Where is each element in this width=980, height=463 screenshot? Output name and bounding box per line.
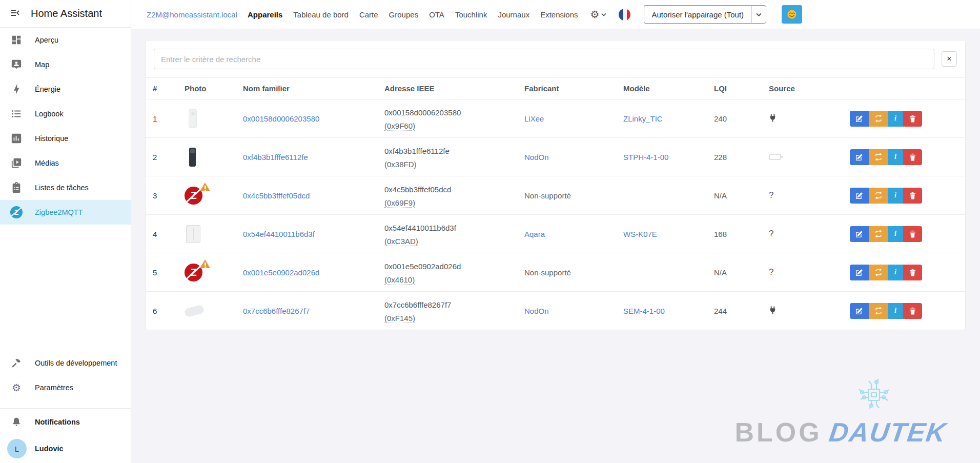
tab-appareils[interactable]: Appareils [248,10,282,19]
delete-button[interactable] [903,149,922,165]
info-button[interactable]: i [888,111,903,127]
vendor-link[interactable]: LiXee [524,114,544,123]
search-input[interactable] [154,49,934,69]
model-link[interactable]: ZLinky_TIC [623,114,663,123]
edit-button[interactable] [850,149,869,165]
delete-button[interactable] [903,226,922,242]
network-address-link[interactable]: (0x4610) [384,275,415,284]
settings-dropdown[interactable]: ⚙ [590,9,607,19]
vendor-link[interactable]: Aqara [524,230,545,238]
network-address-link[interactable]: (0xC3AD) [384,237,418,246]
col-header-nom[interactable]: Nom familier [236,78,377,99]
device-photo-unsupported[interactable]: Z [185,183,209,208]
edit-button[interactable] [850,265,869,280]
device-name-link[interactable]: 0xf4b3b1fffe6112fe [243,153,308,162]
z2m-brand-link[interactable]: Z2M@homeassistant.local [147,10,237,19]
row-actions: i [850,111,958,127]
edit-button[interactable] [850,303,869,319]
permit-join-button[interactable]: Autoriser l'appairage (Tout) [644,5,751,24]
model-link[interactable]: STPH-4-1-00 [623,153,668,162]
device-name-link[interactable]: 0x7cc6b6fffe8267f7 [243,307,310,315]
device-photo[interactable] [185,298,209,323]
tab-tableau-de-bord[interactable]: Tableau de bord [293,10,349,19]
sidebar-item-parametres[interactable]: ⚙ Paramètres [0,375,131,400]
sidebar-item-zigbee2mqtt[interactable]: Z Zigbee2MQTT [0,200,131,225]
sidebar-item-apercu[interactable]: Aperçu [0,28,131,52]
sidebar-item-label: Logbook [35,110,64,118]
col-header-photo[interactable]: Photo [177,78,236,99]
info-button[interactable]: i [888,149,903,165]
edit-button[interactable] [850,226,869,242]
delete-button[interactable] [903,265,922,280]
network-address-link[interactable]: (0x9F60) [384,122,415,130]
vendor-link[interactable]: NodOn [524,153,549,162]
sidebar-item-notifications[interactable]: Notifications [0,410,131,434]
device-name-link[interactable]: 0x54ef4410011b6d3f [243,230,315,238]
reconfigure-button[interactable] [869,149,888,165]
device-photo[interactable] [185,106,209,131]
sidebar-item-map[interactable]: Map [0,52,131,77]
device-photo[interactable] [185,145,209,169]
device-name-link[interactable]: 0x001e5e0902ad026d [243,268,319,277]
col-header-lqi[interactable]: LQI [707,78,762,99]
tab-carte[interactable]: Carte [359,10,378,19]
tab-groupes[interactable]: Groupes [389,10,419,19]
network-address-link[interactable]: (0xF145) [384,314,415,323]
reconfigure-button[interactable] [869,188,888,204]
lqi-value: 228 [714,153,727,162]
devices-table: # Photo Nom familier Adresse IEEE Fabric… [146,77,965,330]
vendor-link[interactable]: NodOn [524,307,549,315]
reconfigure-button[interactable] [869,226,888,242]
theme-emoji-button[interactable] [782,5,802,24]
clear-search-button[interactable]: × [942,51,957,67]
permit-join-caret-button[interactable] [751,5,766,24]
network-address-link[interactable]: (0x38FD) [384,160,417,169]
reconfigure-button[interactable] [869,111,888,127]
watermark-blog-text: BLOG [735,417,822,448]
col-header-source[interactable]: Source [762,78,843,99]
reconfigure-button[interactable] [869,265,888,280]
sidebar-item-energie[interactable]: Énergie [0,77,131,102]
col-header-modele[interactable]: Modèle [616,78,707,99]
sidebar-item-medias[interactable]: Médias [0,151,131,175]
delete-button[interactable] [903,188,922,204]
pencil-square-icon [855,269,863,276]
tab-journaux[interactable]: Journaux [498,10,529,19]
info-button[interactable]: i [888,188,903,204]
sidebar-item-historique[interactable]: Historique [0,126,131,151]
battery-icon [769,154,781,160]
tab-touchlink[interactable]: Touchlink [455,10,487,19]
col-header-ieee[interactable]: Adresse IEEE [377,78,517,99]
info-icon: i [894,191,896,199]
sidebar-item-logbook[interactable]: Logbook [0,102,131,126]
sidebar-item-label: Paramètres [35,384,73,392]
tab-ota[interactable]: OTA [429,10,444,19]
device-name-link[interactable]: 0x00158d0006203580 [243,114,319,123]
info-button[interactable]: i [888,226,903,242]
info-button[interactable]: i [888,265,903,280]
reconfigure-button[interactable] [869,303,888,319]
row-number: 1 [153,114,157,123]
device-photo-unsupported[interactable]: Z [185,260,209,285]
delete-button[interactable] [903,303,922,319]
network-address-link[interactable]: (0x69F9) [384,198,415,207]
edit-button[interactable] [850,111,869,127]
sidebar-user[interactable]: L Ludovic [0,434,131,463]
tab-extensions[interactable]: Extensions [540,10,578,19]
device-name-link[interactable]: 0x4c5bb3fffef05dcd [243,191,310,200]
model-link[interactable]: SEM-4-1-00 [623,307,665,315]
french-flag-icon[interactable] [619,9,630,21]
sidebar-item-listes-de-taches[interactable]: Listes de tâches [0,175,131,200]
col-header-num[interactable]: # [146,78,177,99]
row-actions: i [850,188,958,204]
col-header-fabricant[interactable]: Fabricant [517,78,616,99]
table-row: 6 0x7cc6b6fffe8267f7 0x7cc6b6fffe8267f7 … [146,292,965,330]
edit-button[interactable] [850,188,869,204]
device-photo[interactable] [185,222,209,246]
sidebar-item-outils-developpement[interactable]: Outils de développement [0,351,131,375]
delete-button[interactable] [903,111,922,127]
model-link[interactable]: WS-K07E [623,230,657,238]
trash-icon [909,230,916,238]
sidebar-toggle-icon[interactable] [9,7,21,21]
info-button[interactable]: i [888,303,903,319]
